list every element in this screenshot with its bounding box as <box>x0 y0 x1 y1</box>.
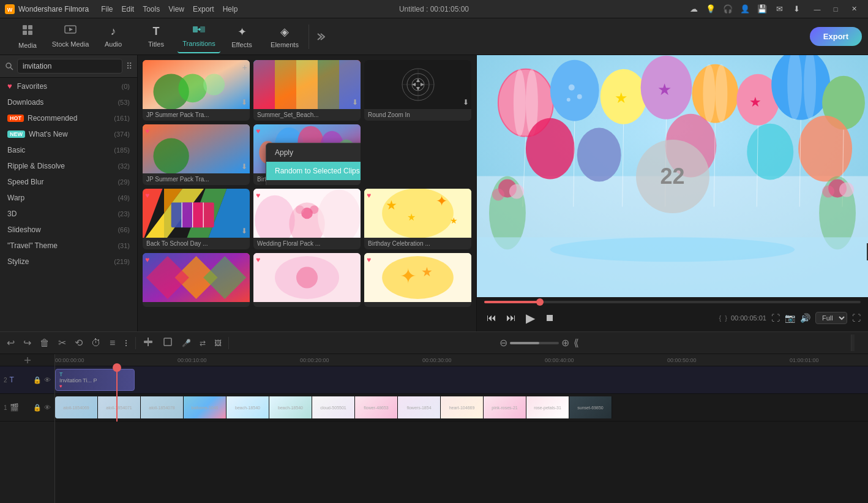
menu-tools[interactable]: Tools <box>143 5 160 13</box>
tl-audio-button[interactable]: ⫶ <box>122 336 130 350</box>
weather-icon[interactable]: ☁ <box>688 4 699 15</box>
menu-edit[interactable]: Edit <box>122 5 135 13</box>
menu-export[interactable]: Export <box>193 5 214 13</box>
timeline-content[interactable]: 00:00:00:00 00:00:10:00 00:00:20:00 00:0… <box>55 354 868 503</box>
search-input[interactable] <box>17 59 122 74</box>
preview-pip-icon[interactable]: ⛶ <box>852 313 861 323</box>
menu-view[interactable]: View <box>168 5 184 13</box>
sidebar-item-ripple[interactable]: Ripple & Dissolve (32) <box>0 158 137 174</box>
download-icon[interactable]: ⬇ <box>791 4 802 15</box>
media-thumb-flower[interactable]: flower-48653 <box>355 396 398 418</box>
add-track-button[interactable] <box>0 354 54 366</box>
tool-elements[interactable]: ◈ Elements <box>263 20 306 53</box>
media-thumb-atoll1[interactable]: atoll-1854069 <box>55 396 98 418</box>
preview-progress-bar[interactable] <box>484 301 861 303</box>
sidebar-item-basic[interactable]: Basic (185) <box>0 142 137 158</box>
sidebar-item-3d[interactable]: 3D (23) <box>0 206 137 222</box>
track-eye-2[interactable]: 👁 <box>44 376 51 384</box>
card-row4-3[interactable]: ✦ ★ ♥ <box>364 253 471 307</box>
preview-rewind-button[interactable]: ⏮ <box>484 310 499 326</box>
card-jp-summer-2[interactable]: ♥ ⬇ JP Summer Pack Tra... <box>143 124 250 185</box>
minimize-button[interactable]: — <box>808 0 826 18</box>
media-thumb-atoll2[interactable]: atoll-1854071 <box>98 396 141 418</box>
tl-mix-button[interactable]: ⇄ <box>198 337 208 349</box>
tool-stock[interactable]: Stock Media <box>49 20 92 53</box>
tl-speed-button[interactable]: ⏱ <box>89 336 103 350</box>
tl-zoom-in-button[interactable]: ⊕ <box>561 337 569 349</box>
sidebar-item-stylize[interactable]: Stylize (219) <box>0 254 137 270</box>
media-thumb-flowers[interactable]: flowers-1854 <box>398 396 441 418</box>
tl-delete-button[interactable]: 🗑 <box>38 336 51 350</box>
media-thumb-atoll3[interactable]: atoll-1854078 <box>141 396 184 418</box>
close-button[interactable]: ✕ <box>845 0 863 18</box>
grid-options-icon[interactable]: ⠿ <box>126 61 132 71</box>
sidebar-item-whatsnew[interactable]: NEW What's New (374) <box>0 126 137 142</box>
tl-zoom-slider[interactable] <box>510 342 559 344</box>
card-row4-2[interactable]: ♥ <box>253 253 361 307</box>
preview-prev-button[interactable]: ⏭ <box>504 310 518 326</box>
preview-fullscreen-icon[interactable]: ⛶ <box>771 313 780 323</box>
preview-snapshot-icon[interactable]: 📷 <box>785 313 795 323</box>
track-lock-1[interactable]: 🔒 <box>33 404 42 412</box>
media-thumb-cloud[interactable]: cloud-505501 <box>312 396 355 418</box>
media-thumb-sunset[interactable]: sunset-69850 <box>569 396 612 418</box>
mail-icon[interactable]: ✉ <box>774 4 785 15</box>
card-beach-1[interactable]: ⬇ Summer_Set_Beach... <box>253 60 361 121</box>
context-menu-random[interactable]: Random to Selected Clips <box>266 162 361 180</box>
card-row4-1[interactable]: ♥ <box>143 253 250 307</box>
media-thumb-beach2[interactable]: beach-18540 <box>269 396 312 418</box>
tl-snap-button[interactable] <box>141 335 155 351</box>
card-celebration[interactable]: ★ ★ ✦ ★ ♥ Birthday Celebration ... <box>364 189 471 249</box>
light-icon[interactable]: 💡 <box>705 4 716 15</box>
tool-audio[interactable]: ♪ Audio <box>92 20 135 53</box>
save-cloud-icon[interactable]: 💾 <box>757 4 768 15</box>
tool-titles[interactable]: T Titles <box>135 20 178 53</box>
menu-file[interactable]: File <box>101 5 113 13</box>
tl-marker-button[interactable] <box>160 335 175 351</box>
card-jp-summer-1[interactable]: + ⬇ JP Summer Pack Tra... <box>143 60 250 121</box>
playhead-handle[interactable] <box>113 363 121 372</box>
preview-play-button[interactable]: ▶ <box>523 308 537 328</box>
context-menu-apply[interactable]: Apply Alt+A <box>266 143 361 162</box>
tl-render-button[interactable]: 🖼 <box>212 337 223 349</box>
card-round-zoom[interactable]: ⬇ Round Zoom In <box>364 60 471 121</box>
sidebar-item-slideshow[interactable]: Slideshow (66) <box>0 222 137 238</box>
tl-settings-button[interactable]: ≡ <box>108 336 117 350</box>
preview-stop-button[interactable]: ⏹ <box>542 310 557 326</box>
tool-effects[interactable]: ✦ Effects <box>220 20 263 53</box>
title-clip[interactable]: T Invitation Ti... P ♥ <box>55 369 135 391</box>
sidebar-item-warp[interactable]: Warp (49) <box>0 190 137 206</box>
media-thumb-roses[interactable]: pink-roses-21 <box>484 396 526 418</box>
sidebar-item-downloads[interactable]: Downloads (53) <box>0 94 137 110</box>
headphones-icon[interactable]: 🎧 <box>722 4 733 15</box>
collapse-btn[interactable] <box>314 31 325 42</box>
track-lock-2[interactable]: 🔒 <box>33 376 42 384</box>
preview-volume-icon[interactable]: 🔊 <box>800 313 810 323</box>
media-thumb-beach1[interactable]: beach-18540 <box>226 396 269 418</box>
sidebar-item-speedblur[interactable]: Speed Blur (29) <box>0 174 137 190</box>
media-thumb-balloons[interactable]: balloons-1046 <box>184 396 226 418</box>
sidebar-item-travel[interactable]: "Travel" Theme (31) <box>0 238 137 254</box>
media-thumb-heart[interactable]: heart-104669 <box>441 396 484 418</box>
sidebar-item-favorites[interactable]: ♥ Favorites (0) <box>0 78 137 94</box>
tl-voiceover-button[interactable]: 🎤 <box>180 337 193 349</box>
tool-transitions[interactable]: Transitions <box>178 20 220 53</box>
card-school[interactable]: ♥ ⬇ Back To School Day ... <box>143 189 250 249</box>
maximize-button[interactable]: □ <box>826 0 845 18</box>
preview-quality-select[interactable]: Full <box>815 312 847 324</box>
card-birthday[interactable]: ♥ Birthday C... Apply Alt+A Random to Se… <box>253 124 361 185</box>
user-icon[interactable]: 👤 <box>739 4 750 15</box>
tool-media[interactable]: Media <box>6 20 49 53</box>
tl-undo-button[interactable]: ↩ <box>5 335 17 350</box>
tl-crop-button[interactable]: ⟲ <box>73 335 84 350</box>
tl-zoom-out-button[interactable]: ⊖ <box>499 337 507 349</box>
menu-help[interactable]: Help <box>223 5 238 13</box>
track-eye-1[interactable]: 👁 <box>44 404 51 411</box>
tl-redo-button[interactable]: ↪ <box>21 335 33 350</box>
tl-fullscreen-button[interactable]: ⟪ <box>572 335 581 350</box>
export-button[interactable]: Export <box>810 27 862 46</box>
media-thumb-petals[interactable]: rose-petals-31 <box>526 396 569 418</box>
sidebar-item-recommended[interactable]: HOT Recommended (161) <box>0 110 137 126</box>
card-wedding-2[interactable]: ♥ Wedding Floral Pack ... <box>253 189 361 249</box>
tl-cut-button[interactable]: ✂ <box>56 335 68 350</box>
